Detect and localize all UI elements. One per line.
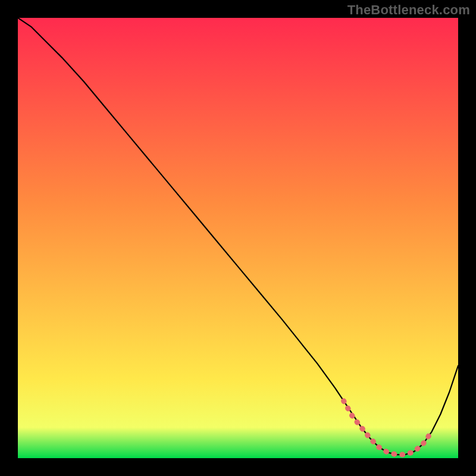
plot-area	[18, 18, 458, 458]
bottleneck-chart	[18, 18, 458, 458]
chart-frame: TheBottleneck.com	[0, 0, 476, 476]
attribution-text: TheBottleneck.com	[347, 2, 470, 18]
gradient-background	[18, 18, 458, 458]
